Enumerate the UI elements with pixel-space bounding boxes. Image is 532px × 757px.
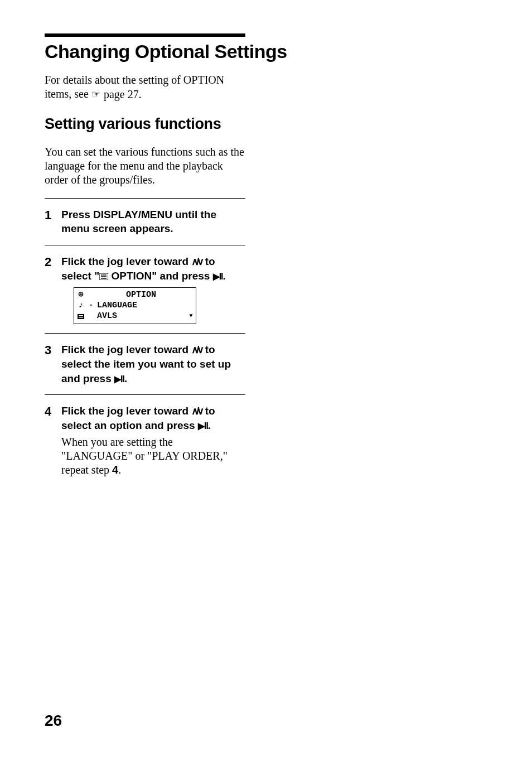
lcd-icon-settings	[76, 313, 85, 320]
play-pause-icon: ▶II	[213, 272, 223, 281]
lcd-bullet: ∙	[89, 301, 94, 311]
separator	[45, 394, 245, 395]
pause-icon: II	[204, 421, 208, 431]
step-4: 4 Flick the jog lever toward ∧/∨ to sele…	[45, 404, 245, 476]
separator	[45, 245, 245, 245]
intro-paragraph: For details about the setting of OPTION …	[45, 73, 245, 102]
steps-list: 1 Press DISPLAY/MENU until the menu scre…	[45, 198, 245, 477]
lcd-row: ⊕ OPTION	[76, 290, 194, 301]
step-title: Flick the jog lever toward ∧/∨ to select…	[61, 343, 245, 385]
text: Flick the jog lever toward	[61, 405, 191, 417]
intro-page-ref-text: page 27.	[104, 88, 142, 102]
page-reference: ☞ page 27.	[91, 88, 142, 102]
step-title: Flick the jog lever toward ∧/∨ to select…	[61, 254, 245, 283]
step-number: 2	[45, 254, 55, 325]
pointing-hand-icon: ☞	[91, 89, 100, 99]
step-body: Flick the jog lever toward ∧/∨ to select…	[61, 404, 245, 476]
text: .	[124, 373, 127, 384]
sub-intro-paragraph: You can set the various functions such a…	[45, 145, 245, 187]
manual-page: Changing Optional Settings For details a…	[0, 0, 532, 757]
svg-rect-6	[79, 317, 83, 318]
text: .	[208, 420, 211, 431]
lcd-scroll-down-icon: ▾	[188, 311, 194, 322]
text: OPTION" and press	[108, 270, 212, 282]
option-menu-icon	[99, 273, 108, 280]
step-body: Flick the jog lever toward ∧/∨ to select…	[61, 343, 245, 385]
play-pause-icon: ▶II	[114, 374, 124, 384]
svg-rect-4	[78, 314, 84, 319]
title-rule	[45, 33, 245, 37]
caret-down-icon: ∨	[197, 406, 202, 417]
lcd-screen: ⊕ OPTION ♪ ∙LANGUAGE ∙AVLS ▾	[74, 287, 196, 324]
lcd-title: OPTION	[89, 290, 194, 301]
step-number: 3	[45, 343, 55, 385]
lcd-row: ∙AVLS ▾	[76, 311, 194, 322]
note-pre: When you are setting the "LANGUAGE" or "…	[61, 436, 228, 476]
caret-down-icon: ∨	[197, 344, 202, 355]
step-number: 4	[45, 404, 55, 476]
caret-down-icon: ∨	[197, 256, 202, 267]
play-icon: ▶	[198, 421, 204, 431]
separator	[45, 333, 245, 334]
pause-icon: II	[120, 374, 124, 384]
lcd-row: ♪ ∙LANGUAGE	[76, 301, 194, 311]
step-1: 1 Press DISPLAY/MENU until the menu scre…	[45, 208, 245, 236]
note-post: .	[118, 464, 121, 476]
lcd-item-language: LANGUAGE	[97, 301, 137, 311]
caret-up-icon: ∧	[191, 344, 196, 355]
up-down-icon: ∧/∨	[191, 256, 202, 267]
up-down-icon: ∧/∨	[191, 344, 202, 355]
step-body: Press DISPLAY/MENU until the menu screen…	[61, 208, 245, 236]
step-body: Flick the jog lever toward ∧/∨ to select…	[61, 254, 245, 325]
subheading: Setting various functions	[45, 115, 486, 134]
step-number: 1	[45, 208, 55, 236]
play-pause-icon: ▶II	[198, 421, 208, 431]
page-number: 26	[45, 711, 62, 730]
svg-rect-5	[79, 315, 83, 316]
lcd-icon-music: ♪	[76, 301, 85, 311]
caret-up-icon: ∧	[191, 406, 196, 417]
lcd-item-avls: AVLS	[97, 311, 117, 322]
step-3: 3 Flick the jog lever toward ∧/∨ to sele…	[45, 343, 245, 385]
play-icon: ▶	[114, 374, 120, 384]
text: .	[223, 270, 226, 282]
text: Flick the jog lever toward	[61, 255, 191, 267]
step-title: Press DISPLAY/MENU until the menu screen…	[61, 208, 245, 236]
text: Flick the jog lever toward	[61, 344, 191, 355]
note-step-ref: 4	[112, 464, 118, 476]
step-title: Flick the jog lever toward ∧/∨ to select…	[61, 404, 245, 432]
pause-icon: II	[219, 272, 223, 281]
step-note: When you are setting the "LANGUAGE" or "…	[61, 435, 245, 477]
separator	[45, 198, 245, 199]
play-icon: ▶	[213, 272, 219, 281]
lcd-icon-search: ⊕	[76, 290, 85, 301]
page-title: Changing Optional Settings	[45, 41, 486, 62]
step-2: 2 Flick the jog lever toward ∧/∨ to sele…	[45, 254, 245, 325]
caret-up-icon: ∧	[191, 256, 196, 267]
up-down-icon: ∧/∨	[191, 406, 202, 417]
